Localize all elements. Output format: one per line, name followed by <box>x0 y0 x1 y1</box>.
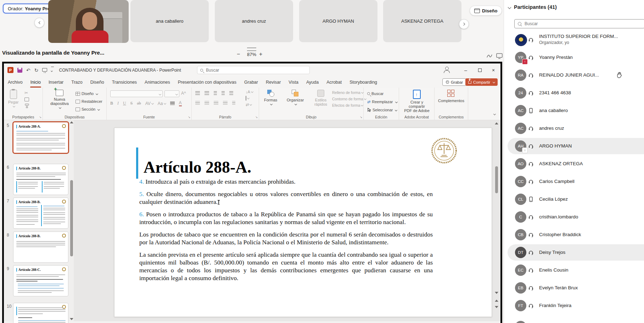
tab-animaciones[interactable]: Animaciones <box>141 77 174 88</box>
slide-scrollbar[interactable] <box>495 166 498 193</box>
participant-row[interactable]: CL Cecilia López <box>504 190 644 208</box>
tab-acrobat[interactable]: Acrobat <box>323 77 346 88</box>
increase-indent-icon[interactable] <box>222 91 225 95</box>
format-painter-icon[interactable] <box>24 104 29 108</box>
tab-vista[interactable]: Vista <box>285 77 302 88</box>
slide-thumbnail-5[interactable]: Artículo 288-A. <box>12 121 69 154</box>
previous-slide-icon[interactable] <box>495 300 498 302</box>
powerpoint-logo-icon[interactable]: P <box>7 67 13 73</box>
slide-thumbnail-7[interactable]: Artículo 288-B. <box>13 197 68 229</box>
numbering-icon[interactable] <box>205 91 209 95</box>
grow-font-icon[interactable]: A^ <box>181 91 186 96</box>
participant-row[interactable]: AC andres cruz <box>504 119 644 137</box>
select-button[interactable]: Seleccionar <box>367 107 397 113</box>
maximize-button[interactable] <box>473 63 487 77</box>
zoom-out-button[interactable]: − <box>237 51 240 57</box>
participant-row[interactable]: YP ↑ Yoanny Prestàn <box>504 49 644 66</box>
ppt-search-input[interactable] <box>205 67 307 73</box>
zoom-in-button[interactable]: + <box>259 51 262 57</box>
new-slide-button[interactable]: Nueva diapositiva <box>46 90 73 108</box>
account-icon[interactable] <box>443 66 450 73</box>
zoom-drag-handle[interactable] <box>247 48 256 51</box>
next-participants-button[interactable] <box>459 19 469 29</box>
clipboard-dialog-launcher[interactable]: ↘ <box>39 116 41 119</box>
slide-layout-button[interactable]: Diseño <box>75 90 102 97</box>
close-button[interactable]: × <box>486 63 500 77</box>
participant-row[interactable]: EC Enelis Cousin <box>504 261 644 279</box>
decrease-indent-icon[interactable] <box>214 91 217 95</box>
participant-row[interactable]: AC ana caballero <box>504 102 644 119</box>
ppt-search-box[interactable] <box>197 66 310 74</box>
next-slide-icon[interactable] <box>495 306 498 308</box>
section-button[interactable]: Sección <box>75 106 102 112</box>
participant-row-partial[interactable] <box>504 314 644 323</box>
participant-row[interactable]: INSTITUTO SUPERIOR DE FORM... Organizado… <box>504 31 644 50</box>
customize-qat-icon[interactable] <box>51 67 54 74</box>
tab-storyboarding[interactable]: Storyboarding <box>346 77 381 88</box>
slide-thumbnail-6[interactable]: Artículo 288-B. <box>13 164 68 195</box>
participant-row[interactable]: EB Evelyn Terán Brux <box>504 279 644 297</box>
tab-presentacion[interactable]: Presentación con diapositivas <box>174 77 240 88</box>
change-case-icon[interactable]: Aa <box>158 101 166 106</box>
justify-icon[interactable] <box>223 101 228 105</box>
participant-row[interactable]: 24 2341 466 4638 <box>504 84 644 102</box>
align-text-icon[interactable] <box>246 96 253 100</box>
tab-inicio[interactable]: Inicio <box>27 77 45 88</box>
minimize-button[interactable]: – <box>459 63 473 77</box>
design-button[interactable]: Diseño <box>470 6 502 16</box>
copy-icon[interactable] <box>24 98 29 101</box>
slide-canvas[interactable]: Artículo 288-A. 4. Introduzca al país o … <box>114 128 492 317</box>
font-color-icon[interactable]: A <box>179 100 182 106</box>
tab-ayuda[interactable]: Ayuda <box>302 77 323 88</box>
highlight-icon[interactable] <box>170 101 175 105</box>
participant-tile[interactable]: ASKENAZ ORTEGA <box>383 0 461 42</box>
shape-effects-button[interactable]: Efectos de forma <box>332 103 366 107</box>
undo-icon[interactable]: ↶ <box>26 68 30 73</box>
save-icon[interactable] <box>17 68 22 73</box>
create-pdf-button[interactable]: Crear y compartirPDF de Adobe <box>402 90 432 113</box>
participant-row[interactable]: FT Franklin Tejeira <box>504 297 644 314</box>
char-spacing-icon[interactable]: AV <box>145 101 153 106</box>
participants-search-input[interactable] <box>524 21 641 27</box>
slide-thumbnail-10[interactable] <box>13 303 68 323</box>
participant-row[interactable]: AO ASKENAZ ORTEGA <box>504 155 644 173</box>
cut-icon[interactable]: ✂ <box>24 90 29 95</box>
line-spacing-icon[interactable] <box>229 91 233 95</box>
thumb-scroll-down-icon[interactable] <box>70 318 73 320</box>
underline-icon[interactable]: U <box>123 101 126 106</box>
record-button[interactable]: Grabar <box>442 78 466 86</box>
participant-tile[interactable]: andres cruz <box>215 0 293 42</box>
slide-thumbnail-8[interactable]: Artículo 288-B. <box>13 232 68 263</box>
clear-format-icon[interactable]: ab <box>137 101 141 106</box>
scroll-up-icon[interactable] <box>495 122 498 124</box>
drawing-dialog-launcher[interactable]: ↘ <box>360 116 362 119</box>
align-left-icon[interactable] <box>195 101 200 105</box>
font-name-combo[interactable] <box>110 90 163 97</box>
replace-button[interactable]: ⇄Reemplazar <box>367 99 397 105</box>
bold-icon[interactable]: B <box>110 101 113 106</box>
tab-transiciones[interactable]: Transiciones <box>108 77 141 88</box>
participant-row[interactable]: CB Cristopher Braddick <box>504 226 644 244</box>
slide-thumbnail-9[interactable]: Artículo 288-C. <box>13 265 68 296</box>
shape-outline-button[interactable]: Contorno de forma <box>332 97 366 101</box>
participants-header[interactable]: Participantes (41) <box>508 4 557 10</box>
align-right-icon[interactable] <box>214 101 218 105</box>
annotate-pen-icon[interactable] <box>486 53 493 59</box>
redo-icon[interactable]: ↻ <box>34 68 39 73</box>
participant-row[interactable]: RA REINALDO JUNIER AGUI... <box>504 66 644 84</box>
thumb-scroll-up-icon[interactable] <box>70 121 73 123</box>
previous-participants-button[interactable] <box>34 18 44 28</box>
collapse-ribbon-icon[interactable] <box>493 111 495 117</box>
tab-diseno[interactable]: Diseño <box>86 77 108 88</box>
columns-icon[interactable] <box>232 101 235 105</box>
shape-fill-button[interactable]: Relleno de forma <box>332 90 366 95</box>
participant-row[interactable]: DT Deisy Trejos <box>504 244 644 261</box>
reset-slide-button[interactable]: Restablecer <box>75 98 102 105</box>
participant-tile[interactable]: ARGO HYMAN <box>299 0 377 42</box>
text-direction-icon[interactable]: ↓A <box>246 90 253 94</box>
scroll-down-icon[interactable] <box>495 292 498 294</box>
speaker-video[interactable] <box>48 0 129 43</box>
smartart-icon[interactable]: ⇄ <box>246 102 253 107</box>
font-size-combo[interactable] <box>164 90 179 97</box>
participant-row[interactable]: AH ↑ ARGO HYMAN <box>504 137 644 155</box>
